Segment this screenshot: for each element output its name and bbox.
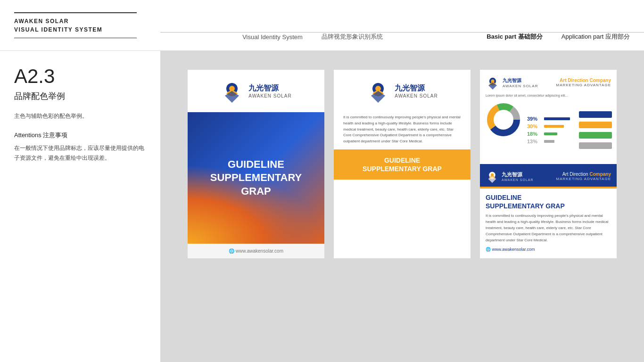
main-layout: A2.3 品牌配色举例 主色与辅助色彩的配色举例。 Attentions 注意事… [0,51,644,362]
attentions-text: 在一般情况下使用品牌标志，应该尽量使用提供的电子资源文件，避免在重绘中出现误差。 [14,143,146,164]
chart-stats: 39% 30% 18% 13% [527,101,574,160]
infographic-body: 39% 30% 18% 13% [480,101,617,165]
bottom-guideline-title: GUIDELINE SUPPLEMENTARY GRAP [486,193,611,210]
logo-icon-2 [366,79,390,103]
brand-top-line [14,12,137,13]
bottom-website: 🌐 www.awakensolar.com [486,247,611,252]
logo-text-1: 九光智源 AWAKEN SOLAR [248,83,291,99]
brand-title: AWAKEN SOLAR VISUAL IDENTITY SYSTEM [14,17,146,34]
marketing-label: MARKETING ADVANTAGE [556,83,611,87]
bottom-brand-label: Art Direction Company MARKETING ADVANTAG… [556,172,611,181]
bottom-logo-cn: 九光智源 [502,171,534,178]
header-nav-right: Basic part 基础部分 Application part 应用部分 [465,32,644,50]
infographic-logo-en: AWAKEN SOLAR [503,84,538,88]
card-middle-header: 九光智源 AWAKEN SOLAR [334,70,471,110]
stat-pct-4: 13% [527,139,542,144]
website-1: 🌐 [229,248,236,254]
label-bar-3 [579,132,612,139]
stat-pct-2: 30% [527,123,542,129]
svg-point-1 [229,86,235,91]
card-middle-yellow: GUIDELINE SUPPLEMENTARY GRAP [334,149,471,180]
card-left: 九光智源 AWAKEN SOLAR GUIDELINE SUPPLEMENTAR… [188,70,324,258]
svg-point-10 [495,111,512,128]
infographic-logo-cn: 九光智源 [503,77,538,84]
donut-chart [485,101,522,139]
brand-bottom-line [14,38,137,38]
logo-area-1: 九光智源 AWAKEN SOLAR [220,79,291,103]
bottom-logo-text: 九光智源 AWAKEN SOLAR [502,171,534,181]
label-bar-4 [579,142,612,149]
blue-header-bar: 九光智源 AWAKEN SOLAR Art Direction Company … [480,164,617,187]
infographic-brand-label: Art Direction Company MARKETING ADVANTAG… [556,78,611,87]
svg-point-12 [491,173,494,177]
stat-row-2: 30% [527,123,574,129]
header-nav-center: Visual Identity System 品牌视觉形象识别系统 [160,32,465,50]
nav-application-part[interactable]: Application part 应用部分 [561,33,630,41]
section-title: 品牌配色举例 [14,90,146,102]
logo-icon-4 [486,170,499,183]
stat-pct-3: 18% [527,131,542,137]
logo-en-2: AWAKEN SOLAR [395,93,438,99]
card-middle-text: It is committed to continuously improvin… [334,110,471,149]
stat-bar-4 [544,140,554,143]
label-bar-2 [579,122,612,128]
card-right: 九光智源 AWAKEN SOLAR Art Direction Company … [480,70,617,258]
bottom-content: GUIDELINE SUPPLEMENTARY GRAP It is commi… [480,189,617,256]
stat-pct-1: 39% [527,116,542,122]
stat-bar-3 [544,132,557,135]
svg-point-3 [375,86,381,91]
infographic-desc: Lorem ipsum dolor sit amet, consectetur … [480,93,617,101]
nav-basic-part[interactable]: Basic part 基础部分 [487,33,542,41]
card-left-blue: GUIDELINE SUPPLEMENTARY GRAP [188,112,324,244]
stat-bar-1 [544,117,570,120]
nav-vis-identity-en: Visual Identity System [242,33,303,41]
brand-logo-area: AWAKEN SOLAR VISUAL IDENTITY SYSTEM [0,3,160,48]
attentions-title: Attentions 注意事项 [14,131,146,140]
bottom-logo-group: 九光智源 AWAKEN SOLAR [486,170,534,183]
nav-vis-identity-cn: 品牌视觉形象识别系统 [322,33,383,41]
card-right-top: 九光智源 AWAKEN SOLAR Art Direction Company … [480,70,617,164]
stat-bar-2 [544,125,564,128]
section-code: A2.3 [14,65,146,88]
label-bars [579,101,612,160]
infographic-logo: 九光智源 AWAKEN SOLAR [486,75,538,90]
logo-cn-1: 九光智源 [248,83,291,93]
card-middle: 九光智源 AWAKEN SOLAR It is committed to con… [334,70,471,258]
guideline-text-1: GUIDELINE SUPPLEMENTARY GRAP [210,158,302,198]
art-direction-label: Art Direction Company [556,78,611,83]
logo-icon-3 [486,75,500,90]
sidebar-description: 主色与辅助色彩的配色举例。 [14,111,146,122]
logo-icon-1 [220,79,244,103]
logo-text-2: 九光智源 AWAKEN SOLAR [395,83,438,99]
stat-row-4: 13% [527,139,574,144]
sidebar: A2.3 品牌配色举例 主色与辅助色彩的配色举例。 Attentions 注意事… [0,51,160,362]
content-area: 九光智源 AWAKEN SOLAR GUIDELINE SUPPLEMENTAR… [160,51,644,362]
card-left-footer: 🌐 www.awakensolar.com [188,244,324,258]
stat-row-1: 39% [527,116,574,122]
bottom-marketing: MARKETING ADVANTAGE [556,177,611,181]
card-left-header: 九光智源 AWAKEN SOLAR [188,70,324,112]
svg-point-5 [491,79,494,82]
bottom-description: It is committed to continuously improvin… [486,213,611,243]
infographic-header: 九光智源 AWAKEN SOLAR Art Direction Company … [480,70,617,93]
guideline-text-2: GUIDELINE SUPPLEMENTARY GRAP [343,156,461,173]
logo-cn-2: 九光智源 [395,83,438,93]
card-right-bottom: 九光智源 AWAKEN SOLAR Art Direction Company … [480,164,617,258]
logo-en-1: AWAKEN SOLAR [248,93,291,99]
stat-row-3: 18% [527,131,574,137]
label-bar-1 [579,111,612,118]
header: AWAKEN SOLAR VISUAL IDENTITY SYSTEM Visu… [0,0,644,51]
bottom-logo-en: AWAKEN SOLAR [502,178,534,181]
bottom-art-direction: Art Direction Company [556,172,611,177]
logo-area-2: 九光智源 AWAKEN SOLAR [366,79,438,103]
